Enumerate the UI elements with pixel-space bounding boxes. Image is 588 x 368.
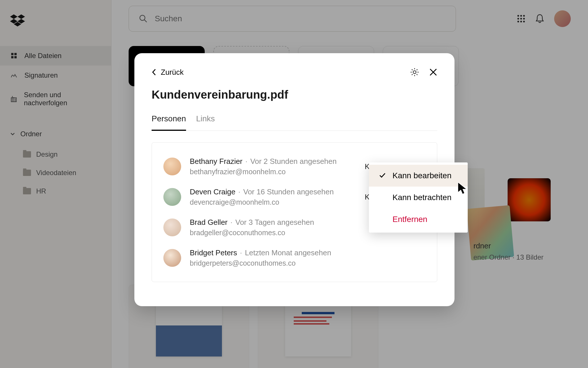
person-avatar — [163, 158, 181, 175]
person-name: Deven Craige — [190, 187, 235, 196]
chevron-left-icon — [152, 68, 156, 76]
tab-links[interactable]: Links — [196, 114, 215, 131]
person-row: Bridget Peters·Letzten Monat angesehen b… — [163, 243, 425, 273]
back-label: Zurück — [161, 68, 183, 77]
person-email: bridgerpeters@coconuthomes.co — [190, 259, 425, 267]
cursor-icon — [457, 181, 469, 196]
person-meta: Letzten Monat angesehen — [245, 248, 331, 257]
modal-title: Kundenvereinbarung.pdf — [152, 88, 437, 101]
gear-icon[interactable] — [410, 68, 419, 77]
menu-item-view[interactable]: Kann betrachten — [369, 187, 468, 208]
person-avatar — [163, 249, 181, 267]
person-avatar — [163, 188, 181, 206]
menu-item-remove[interactable]: Entfernen — [369, 208, 468, 230]
person-avatar — [163, 218, 181, 236]
menu-item-label: Kann bearbeiten — [389, 171, 458, 180]
modal-tabs: Personen Links — [152, 114, 437, 131]
person-meta: Vor 16 Stunden angesehen — [243, 187, 334, 196]
menu-item-label: Kann betrachten — [389, 193, 458, 202]
person-name: Brad Geller — [190, 218, 228, 227]
person-meta: Vor 2 Stunden angesehen — [250, 157, 337, 166]
permission-menu: Kann bearbeiten Kann betrachten Entferne… — [369, 162, 468, 233]
menu-item-label: Entfernen — [389, 215, 458, 224]
person-name: Bridget Peters — [190, 248, 237, 257]
tab-people[interactable]: Personen — [152, 114, 186, 131]
menu-item-edit[interactable]: Kann bearbeiten — [369, 165, 468, 187]
back-button[interactable]: Zurück — [152, 68, 183, 77]
person-meta: Vor 3 Tagen angesehen — [235, 218, 314, 227]
person-email: bethanyfrazier@moonhelm.co — [190, 168, 356, 176]
close-icon[interactable] — [429, 68, 437, 76]
svg-point-16 — [413, 71, 416, 74]
person-name: Bethany Frazier — [190, 157, 243, 166]
check-icon — [379, 171, 389, 180]
person-email: devencraige@moonhelm.co — [190, 198, 356, 206]
